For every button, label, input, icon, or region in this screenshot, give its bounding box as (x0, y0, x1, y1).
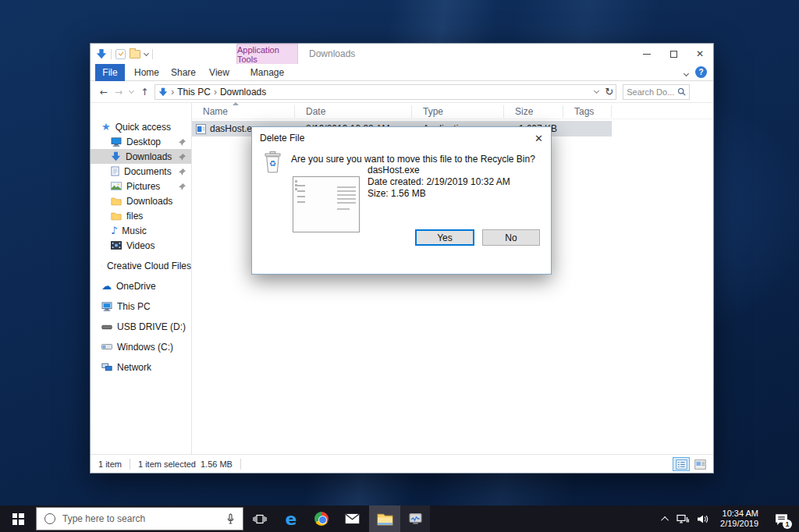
breadcrumb-downloads[interactable]: Downloads (220, 87, 266, 98)
search-icon (677, 87, 686, 96)
dialog-title: Delete File (260, 133, 304, 144)
edge-button[interactable]: e (278, 505, 304, 532)
tab-home[interactable]: Home (131, 64, 162, 81)
sidebar-item-label: Documents (124, 166, 172, 177)
tab-file[interactable]: File (95, 64, 125, 81)
mail-button[interactable] (339, 505, 365, 532)
dialog-close-icon[interactable]: ✕ (520, 133, 543, 144)
creative-cloud-folder-icon (101, 261, 102, 271)
sidebar-item-label: This PC (117, 301, 151, 312)
new-folder-icon[interactable] (130, 50, 140, 59)
forward-icon[interactable]: → (115, 87, 123, 97)
status-bar: 1 item 1 item selected 1.56 MB (91, 454, 713, 473)
desktop-wallpaper: Application Tools Downloads ✕ File Home … (0, 0, 799, 532)
sidebar-item-downloads[interactable]: Downloads (91, 149, 191, 164)
sidebar-item-music[interactable]: ♪ Music (91, 223, 191, 238)
yes-button[interactable]: Yes (415, 229, 474, 246)
this-pc-icon (101, 302, 112, 311)
no-button[interactable]: No (482, 229, 540, 246)
dialog-titlebar: Delete File ✕ (252, 127, 551, 149)
star-icon: ★ (101, 122, 111, 132)
sort-ascending-icon (233, 102, 239, 105)
item-count: 1 item (91, 459, 130, 469)
task-manager-icon (409, 512, 422, 525)
thumbnail-view-icon (694, 459, 706, 470)
taskbar-search[interactable]: Type here to search (36, 507, 243, 530)
task-view-button[interactable] (247, 505, 273, 532)
minimize-button[interactable] (634, 44, 660, 64)
navigation-pane: ★ Quick access Desktop Downloads Documen… (91, 103, 192, 456)
address-input[interactable]: › This PC › Downloads ↻ (154, 84, 616, 100)
network-icon (101, 363, 112, 371)
sidebar-item-this-pc[interactable]: This PC (91, 299, 191, 314)
address-dropdown-icon[interactable] (594, 88, 599, 94)
explorer-titlebar: Application Tools Downloads ✕ (91, 44, 713, 64)
microphone-icon[interactable] (226, 513, 235, 525)
sidebar-item-windows-c[interactable]: Windows (C:) (91, 339, 191, 354)
sidebar-item-label: Downloads (126, 151, 172, 162)
address-bar: ← → ↑ › This PC › Downloads ↻ Search Do.… (91, 81, 713, 102)
tab-manage[interactable]: Manage (236, 64, 298, 81)
column-header-tags[interactable]: Tags (563, 105, 612, 118)
start-button[interactable] (0, 505, 36, 532)
sidebar-item-quick-access[interactable]: ★ Quick access (91, 119, 191, 134)
properties-icon[interactable] (115, 49, 126, 59)
sidebar-item-onedrive[interactable]: ☁ OneDrive (91, 278, 191, 293)
sidebar-item-downloads-folder[interactable]: Downloads (91, 193, 191, 208)
clock-date: 2/19/2019 (720, 519, 758, 529)
dialog-file-name: dasHost.exe (368, 165, 510, 176)
volume-icon[interactable] (697, 514, 709, 524)
expand-ribbon-icon[interactable] (684, 70, 689, 76)
pin-icon (179, 137, 186, 148)
sidebar-item-files-folder[interactable]: files (91, 208, 191, 223)
history-dropdown-icon[interactable] (129, 88, 134, 94)
thumbnail-view-button[interactable] (691, 457, 708, 471)
refresh-icon[interactable]: ↻ (605, 86, 613, 98)
sidebar-item-network[interactable]: Network (91, 360, 191, 374)
tab-share[interactable]: Share (167, 64, 200, 81)
maximize-button[interactable] (660, 44, 687, 64)
folder-icon (111, 211, 122, 221)
help-icon[interactable]: ? (695, 66, 707, 78)
search-input[interactable]: Search Do... (623, 84, 690, 100)
details-view-icon (676, 459, 687, 470)
sidebar-item-label: Desktop (126, 137, 161, 147)
close-button[interactable]: ✕ (687, 44, 713, 64)
details-view-button[interactable] (673, 457, 690, 471)
pictures-icon (111, 182, 122, 190)
sidebar-item-documents[interactable]: Documents (91, 164, 191, 179)
task-manager-button[interactable] (400, 505, 430, 532)
sidebar-item-creative-cloud-files[interactable]: Creative Cloud Files (91, 258, 191, 273)
network-tray-icon[interactable] (676, 514, 689, 523)
taskbar-search-placeholder: Type here to search (62, 513, 219, 524)
sidebar-item-label: Quick access (115, 122, 171, 133)
window-controls: ✕ (634, 44, 713, 64)
back-icon[interactable]: ← (100, 87, 108, 97)
file-explorer-icon (377, 512, 393, 526)
sidebar-item-label: files (126, 211, 143, 222)
sidebar-item-pictures[interactable]: Pictures (91, 179, 191, 193)
windows-drive-icon (101, 343, 112, 350)
usb-drive-icon (101, 324, 112, 330)
tray-expand-icon[interactable] (661, 516, 669, 523)
downloads-folder-icon (158, 87, 168, 97)
chrome-icon (314, 512, 328, 526)
column-header-date[interactable]: Date (295, 105, 412, 118)
column-header-name[interactable]: Name (192, 105, 295, 118)
breadcrumb-this-pc[interactable]: This PC (177, 87, 211, 98)
action-center-button[interactable]: 1 (769, 505, 793, 532)
sidebar-item-usb-drive[interactable]: USB DRIVE (D:) (91, 319, 191, 334)
tab-view[interactable]: View (204, 64, 234, 81)
selection-size: 1.56 MB (201, 459, 233, 469)
up-icon[interactable]: ↑ (140, 87, 148, 97)
application-file-icon (196, 124, 206, 134)
sidebar-item-desktop[interactable]: Desktop (91, 134, 191, 149)
qat-dropdown-icon[interactable] (144, 50, 149, 55)
sidebar-item-videos[interactable]: Videos (91, 238, 191, 253)
file-explorer-button[interactable] (369, 505, 400, 532)
column-header-type[interactable]: Type (412, 105, 504, 118)
column-header-size[interactable]: Size (504, 105, 563, 118)
taskbar-clock[interactable]: 10:34 AM 2/19/2019 (717, 509, 762, 529)
chrome-button[interactable] (308, 505, 335, 532)
sidebar-item-label: Windows (C:) (117, 342, 173, 353)
